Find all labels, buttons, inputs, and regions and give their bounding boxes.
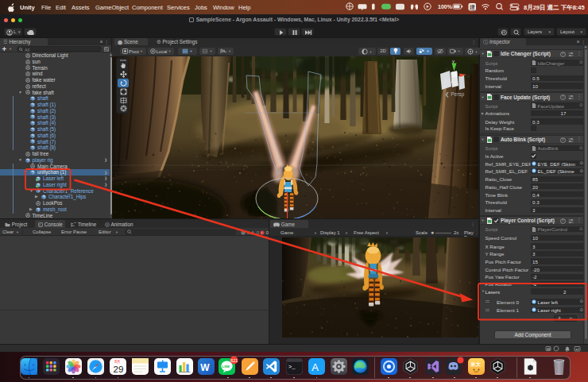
svg-text:?: ? (562, 138, 564, 142)
svg-text:LINE: LINE (222, 365, 230, 368)
svg-text:!: ! (261, 231, 262, 235)
svg-text:?: ? (562, 219, 564, 223)
svg-text:29: 29 (114, 365, 124, 374)
svg-text:100%: 100% (438, 4, 453, 10)
svg-text:>_: >_ (288, 364, 296, 370)
svg-text:621: 621 (230, 358, 238, 363)
svg-text:?: ? (562, 95, 564, 99)
svg-text:建: 建 (469, 4, 476, 11)
svg-text:W: W (200, 362, 210, 373)
svg-text:米大: 米大 (470, 361, 482, 367)
svg-text:y: y (452, 59, 455, 64)
svg-text:❮ Persp: ❮ Persp (445, 91, 465, 98)
svg-text:A: A (311, 361, 319, 373)
svg-text:?: ? (562, 52, 564, 56)
svg-text:!: ! (242, 231, 243, 235)
